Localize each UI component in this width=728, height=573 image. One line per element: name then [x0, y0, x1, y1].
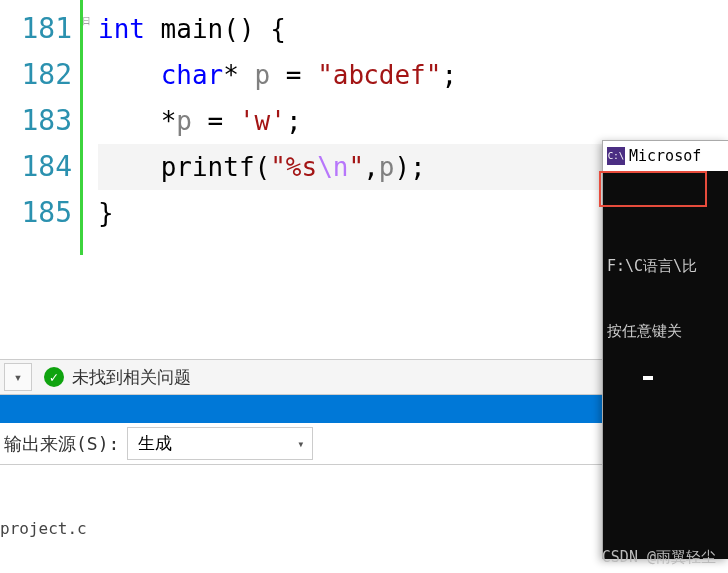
output-source-label: 输出来源(S): — [4, 432, 119, 456]
console-line: 按任意键关 — [607, 320, 724, 342]
console-title-text: Microsof — [629, 147, 701, 165]
cursor-icon — [643, 376, 653, 380]
close-panel-button[interactable]: ▾ — [4, 363, 32, 391]
check-circle-icon: ✓ — [44, 367, 64, 387]
line-number: 181 — [0, 6, 72, 52]
code-line: *p = 'w'; — [98, 98, 728, 144]
line-number: 185 — [0, 190, 72, 236]
line-number: 184 — [0, 144, 72, 190]
console-output: F:\C语言\比 按任意键关 — [603, 171, 728, 412]
fold-indicator[interactable] — [80, 0, 98, 255]
console-window[interactable]: C:\ Microsof F:\C语言\比 按任意键关 — [602, 140, 728, 559]
chevron-down-icon: ▾ — [14, 369, 22, 385]
line-number: 182 — [0, 52, 72, 98]
console-icon: C:\ — [607, 147, 625, 165]
console-line: F:\C语言\比 — [607, 255, 724, 277]
watermark-text: CSDN @雨翼轻尘 — [602, 548, 716, 567]
code-line: char* p = "abcdef"; — [98, 52, 728, 98]
line-number-gutter: 181 182 183 184 185 — [0, 0, 80, 255]
chevron-down-icon: ▾ — [297, 437, 304, 451]
output-source-select[interactable]: 生成 ▾ — [127, 427, 313, 460]
select-value: 生成 — [138, 432, 172, 455]
code-line: int main() { — [98, 6, 728, 52]
status-message: 未找到相关问题 — [72, 366, 191, 389]
annotation-rectangle — [599, 171, 707, 207]
console-title-bar[interactable]: C:\ Microsof — [603, 141, 728, 171]
line-number: 183 — [0, 98, 72, 144]
